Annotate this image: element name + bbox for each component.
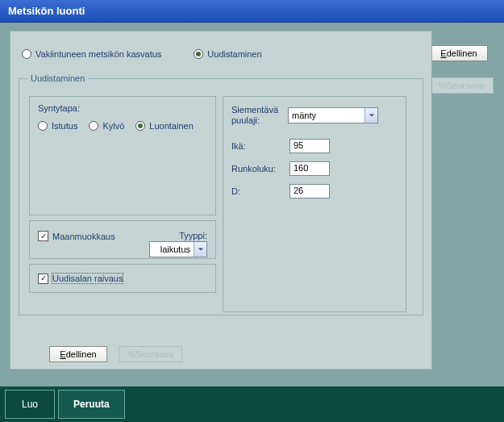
main-panel: Vakiintuneen metsikön kasvatus Uudistami… [10, 31, 432, 370]
method-row: Vakiintuneen metsikön kasvatus Uudistami… [10, 31, 431, 73]
prev-button-top[interactable]: Edellinen [430, 45, 488, 61]
radio-uudistaminen[interactable]: Uudistaminen [194, 49, 261, 59]
next-button-top: %Seuraava [430, 77, 494, 94]
radio-dot-icon [38, 121, 48, 131]
maanmuokkaus-panel: Maanmuokkaus Tyyppi: laikutus [29, 220, 216, 259]
radio-dot-icon [89, 121, 98, 131]
peruuta-button[interactable]: Peruuta [58, 390, 125, 419]
ika-input[interactable]: 95 [289, 139, 330, 153]
tyyppi-dropdown[interactable]: laikutus [149, 241, 207, 257]
maanmuokkaus-checkbox[interactable]: Maanmuokkaus [38, 231, 115, 241]
radio-dot-icon [194, 49, 203, 59]
radio-dot-icon [135, 121, 145, 131]
ika-label: Ikä: [231, 141, 289, 151]
species-panel: Siementävä puulaji: mänty Ikä: 95 [223, 96, 406, 312]
chevron-down-icon [194, 242, 206, 257]
radio-dot-icon [22, 49, 31, 59]
uudistaminen-legend: Uudistaminen [27, 73, 88, 83]
prev-button-top-rest: dellinen [447, 48, 477, 58]
next-button-bottom: %Seuraava [119, 346, 182, 362]
runkoluku-input[interactable]: 160 [289, 161, 330, 176]
d-input[interactable]: 26 [289, 184, 330, 198]
raivaus-checkbox[interactable]: Uudisalan raivaus [38, 274, 123, 284]
window-title: Metsikön luonti [8, 5, 85, 17]
checkbox-icon [38, 274, 48, 284]
radio-istutus[interactable]: Istutus [38, 121, 77, 131]
uudistaminen-fieldset: Uudistaminen Syntytapa: Istutus Kylvö [19, 73, 423, 315]
syntytapa-panel: Syntytapa: Istutus Kylvö [29, 96, 216, 215]
syntytapa-label: Syntytapa: [38, 103, 207, 113]
tyyppi-label: Tyyppi: [149, 231, 207, 240]
checkbox-icon [38, 231, 48, 241]
raivaus-panel: Uudisalan raivaus [29, 264, 216, 293]
chevron-down-icon [364, 108, 377, 123]
d-label: D: [231, 186, 289, 196]
title-bar: Metsikön luonti [0, 0, 504, 23]
radio-vakiintunut[interactable]: Vakiintuneen metsikön kasvatus [22, 49, 161, 59]
radio-luontainen[interactable]: Luontainen [135, 121, 193, 131]
luo-button[interactable]: Luo [5, 390, 55, 419]
radio-kylvo[interactable]: Kylvö [89, 121, 124, 131]
runkoluku-label: Runkoluku: [231, 164, 289, 173]
species-dropdown[interactable]: mänty [288, 107, 378, 123]
species-label: Siementävä puulaji: [231, 105, 288, 126]
footer-bar: Luo Peruuta [0, 386, 504, 422]
prev-button-bottom[interactable]: Edellinen [49, 346, 107, 362]
